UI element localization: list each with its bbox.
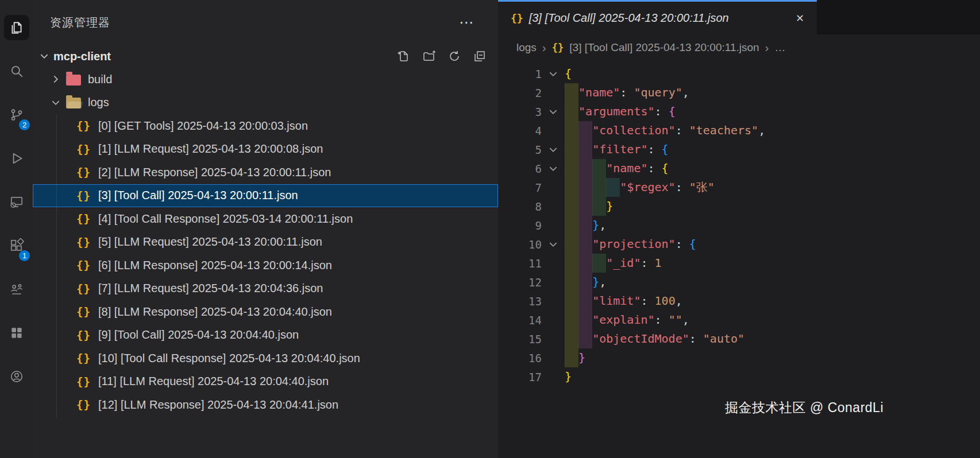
line-number: 10 (498, 238, 542, 251)
sidebar-title: 资源管理器 (50, 15, 110, 30)
activity-extensions-button[interactable]: 1 (0, 224, 33, 267)
collapse-all-icon[interactable] (473, 49, 487, 63)
source-control-badge: 2 (19, 119, 30, 130)
code-text: { (565, 64, 572, 83)
tree-file-13[interactable]: {}[11] [LLM Request] 2025-04-13 20:04:40… (33, 370, 498, 394)
code-line[interactable]: 12}, (498, 273, 980, 292)
file-label: [3] [Tool Call] 2025-04-13 20:00:11.json (98, 189, 298, 202)
line-number: 8 (498, 200, 542, 213)
refresh-icon[interactable] (447, 49, 461, 63)
folder-label: logs (88, 96, 109, 109)
search-icon (9, 64, 24, 79)
code-line[interactable]: 15"objectIdMode": "auto" (498, 329, 980, 348)
code-line[interactable]: 11"_id": 1 (498, 254, 980, 273)
activity-explorer-button[interactable] (0, 6, 33, 49)
tree-file-11[interactable]: {}[9] [Tool Call] 2025-04-13 20:04:40.js… (33, 324, 498, 347)
activity-run-debug-button[interactable] (0, 137, 33, 180)
code-line[interactable]: 13"limit": 100, (498, 292, 980, 310)
json-file-icon: {} (76, 143, 97, 156)
breadcrumb-folder[interactable]: logs (516, 41, 537, 54)
code-line[interactable]: 14"explain": "", (498, 310, 980, 329)
code-line[interactable]: 6"name": { (498, 159, 980, 178)
close-icon[interactable]: ✕ (796, 12, 804, 25)
monitor-slash-icon (9, 195, 24, 209)
indent-guide (56, 114, 57, 417)
grid-squares-icon (9, 325, 24, 340)
code-line[interactable]: 16} (498, 348, 980, 367)
folder-icon (66, 98, 81, 108)
code-text: }, (565, 273, 606, 292)
line-number: 15 (498, 333, 542, 346)
line-number: 16 (498, 352, 542, 364)
code-line[interactable]: 17} (498, 367, 980, 386)
line-number: 5 (498, 143, 542, 156)
activity-grid-button[interactable] (0, 311, 33, 355)
tree-folder-logs[interactable]: logs (33, 91, 498, 115)
tree-file-12[interactable]: {}[10] [Tool Call Response] 2025-04-13 2… (33, 347, 498, 370)
file-tree: buildlogs{}[0] [GET Tools] 2025-04-13 20… (33, 68, 498, 417)
new-file-icon[interactable] (397, 49, 411, 63)
code-line[interactable]: 1{ (498, 64, 980, 83)
breadcrumb-file[interactable]: [3] [Tool Call] 2025-04-13 20:00:11.json (569, 41, 759, 54)
fold-chevron-icon[interactable] (542, 107, 565, 117)
code-text: "name": { (565, 159, 669, 178)
sidebar-header: 资源管理器 ⋯ (33, 0, 498, 45)
code-line[interactable]: 2"name": "query", (498, 83, 980, 102)
json-file-icon: {} (76, 166, 97, 178)
tree-file-8[interactable]: {}[6] [LLM Response] 2025-04-13 20:00:14… (33, 254, 498, 277)
project-section-header[interactable]: mcp-client (33, 45, 498, 68)
json-file-icon: {} (76, 212, 97, 225)
tree-file-10[interactable]: {}[8] [LLM Response] 2025-04-13 20:04:40… (33, 300, 498, 324)
more-actions-icon[interactable]: ⋯ (459, 15, 474, 30)
explorer-files-icon (4, 15, 29, 40)
code-line[interactable]: 7"$regex": "张" (498, 178, 980, 197)
code-text: } (565, 348, 585, 367)
people-graph-icon (9, 282, 24, 297)
code-line[interactable]: 9}, (498, 216, 980, 235)
code-line[interactable]: 8} (498, 197, 980, 216)
extensions-badge: 1 (19, 250, 30, 261)
tree-file-5[interactable]: {}[3] [Tool Call] 2025-04-13 20:00:11.js… (33, 184, 498, 208)
folder-icon (66, 75, 81, 86)
file-label: [10] [Tool Call Response] 2025-04-13 20:… (98, 352, 360, 365)
code-line[interactable]: 10"projection": { (498, 235, 980, 254)
vscode-window: 2 1 (0, 0, 980, 458)
code-text: "collection": "teachers", (565, 121, 765, 140)
activity-search-button[interactable] (0, 49, 33, 93)
json-file-icon: {} (76, 189, 97, 202)
code-text: "filter": { (565, 140, 669, 159)
fold-chevron-icon[interactable] (542, 239, 565, 250)
tree-folder-build[interactable]: build (33, 68, 498, 91)
line-number: 4 (498, 125, 542, 137)
activity-account-button[interactable] (0, 355, 33, 398)
tree-file-3[interactable]: {}[1] [LLM Request] 2025-04-13 20:00:08.… (33, 138, 498, 161)
tree-file-9[interactable]: {}[7] [LLM Request] 2025-04-13 20:04:36.… (33, 277, 498, 301)
code-line[interactable]: 3"arguments": { (498, 102, 980, 121)
json-file-icon: {} (511, 12, 523, 24)
code-line[interactable]: 4"collection": "teachers", (498, 121, 980, 140)
chevron-right-icon: › (542, 41, 546, 55)
tree-file-14[interactable]: {}[12] [LLM Response] 2025-04-13 20:04:4… (33, 393, 498, 417)
tree-file-7[interactable]: {}[5] [LLM Request] 2025-04-13 20:00:11.… (33, 231, 498, 254)
fold-chevron-icon[interactable] (542, 164, 565, 174)
new-folder-icon[interactable] (422, 49, 436, 63)
breadcrumb-more[interactable]: … (775, 41, 786, 54)
code-text: } (565, 197, 613, 216)
fold-chevron-icon[interactable] (542, 69, 565, 79)
json-file-icon: {} (76, 398, 97, 411)
json-file-icon: {} (76, 329, 97, 341)
editor-tab[interactable]: {} [3] [Tool Call] 2025-04-13 20:00:11.j… (498, 0, 817, 34)
tree-file-2[interactable]: {}[0] [GET Tools] 2025-04-13 20:00:03.js… (33, 114, 498, 138)
activity-people-button[interactable] (0, 267, 33, 311)
tree-file-6[interactable]: {}[4] [Tool Call Response] 2025-03-14 20… (33, 207, 498, 231)
code-text: }, (565, 216, 606, 235)
json-file-icon: {} (76, 119, 97, 132)
code-line[interactable]: 5"filter": { (498, 140, 980, 159)
json-file-icon: {} (552, 42, 564, 53)
fold-chevron-icon[interactable] (542, 145, 565, 155)
tab-bar: {} [3] [Tool Call] 2025-04-13 20:00:11.j… (498, 0, 980, 34)
code-text: } (565, 367, 572, 386)
activity-remote-button[interactable] (0, 180, 33, 224)
activity-source-control-button[interactable]: 2 (0, 93, 33, 137)
tree-file-4[interactable]: {}[2] [LLM Response] 2025-04-13 20:00:11… (33, 161, 498, 184)
